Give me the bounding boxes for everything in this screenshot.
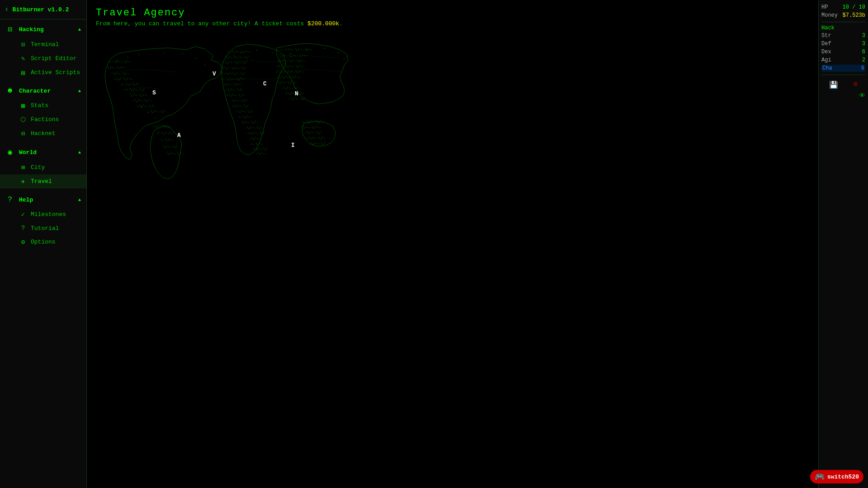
app-title: Bitburner v1.0.2 (13, 6, 69, 13)
svg-text:~\/-\/~-\/: ~\/-\/~-\/ (222, 66, 246, 71)
hacking-icon: ⊡ (5, 25, 14, 34)
svg-text:~\/~-\/: ~\/~-\/ (247, 131, 264, 136)
sidebar-item-tutorial[interactable]: ? Tutorial (0, 221, 86, 235)
svg-text:-\/~-\/-: -\/~-\/- (110, 72, 130, 76)
svg-text:\/~-\/~-: \/~-\/~- (107, 66, 127, 70)
cha-label: Cha (822, 65, 832, 71)
money-label: Money (821, 12, 838, 19)
sidebar-item-options[interactable]: ⚙ Options (0, 235, 86, 249)
subtitle-post: . (339, 20, 343, 27)
svg-text:-\/~-: -\/~- (249, 137, 261, 141)
active-scripts-label: Active Scripts (31, 69, 80, 76)
city-icon: ⊞ (19, 164, 27, 171)
svg-text:/-\/~\/-: /-\/~\/- (157, 131, 176, 136)
svg-text:~-\/~-\/~-: ~-\/~-\/~- (227, 50, 251, 55)
sidebar-item-script-editor[interactable]: ✎ Script Editor (0, 52, 86, 66)
svg-text:\/~-\/: \/~-\/ (253, 147, 268, 152)
factions-label: Factions (31, 116, 59, 123)
svg-text:~-\/~-\/~-: ~-\/~-\/~- (222, 77, 246, 82)
svg-text:~-\/~-: ~-\/~- (238, 115, 253, 120)
dex-label: Dex (821, 49, 831, 55)
svg-rect-20 (344, 59, 344, 60)
main-header: Travel Agency From here, you can travel … (87, 0, 818, 31)
save-icon[interactable]: 💾 (829, 80, 838, 89)
money-row: Money $7.523b (821, 12, 865, 19)
hacking-label: Hacking (19, 26, 74, 33)
svg-rect-18 (324, 48, 325, 49)
svg-rect-4 (182, 53, 183, 54)
city-a[interactable]: A (177, 132, 181, 139)
svg-text:-\/~-\/-\/: -\/~-\/-\/ (222, 61, 247, 66)
travel-icon: ✈ (19, 178, 27, 185)
def-label: Def (821, 41, 831, 47)
svg-rect-5 (195, 58, 196, 59)
svg-text:~-\/~-\/~: ~-\/~-\/~ (108, 60, 131, 65)
options-icon: ⚙ (19, 238, 27, 246)
svg-text:-\/~-\/-: -\/~-\/- (235, 110, 255, 114)
svg-text:~\/-\/~-: ~\/-\/~- (152, 125, 172, 129)
svg-text:/-\/~\/-\/~-: /-\/~\/-\/~- (276, 70, 305, 75)
svg-text:~\/~-\/-: ~\/~-\/- (306, 136, 326, 141)
hack-row: Hack (821, 25, 865, 31)
city-v[interactable]: V (212, 70, 216, 77)
svg-text:-\/~-\/-: -\/~-\/- (132, 99, 151, 103)
sidebar-item-city[interactable]: ⊞ City (0, 160, 86, 174)
sidebar-item-terminal[interactable]: ⊡ Terminal (0, 38, 86, 52)
help-label: Help (19, 197, 74, 203)
active-scripts-icon: ▤ (19, 69, 27, 76)
world-map-svg: ~-\/~-\/~ \/~-\/~- -\/~-\/- ~\/-\/~- /-\… (96, 35, 349, 184)
help-chevron: ▲ (78, 197, 81, 202)
hp-value: 10 / 10 (843, 4, 865, 10)
cha-row: Cha 6 (821, 65, 865, 72)
hp-label: HP (821, 4, 828, 10)
city-s[interactable]: S (152, 89, 156, 96)
svg-text:-\/~-\/-: -\/~-\/- (229, 99, 249, 103)
def-value: 3 (862, 41, 865, 47)
svg-text:~-\/~-\/~-: ~-\/~-\/~- (277, 75, 301, 80)
sidebar-item-stats[interactable]: ▦ Stats (0, 99, 86, 113)
map-container: ~-\/~-\/~ \/~-\/~- -\/~-\/- ~\/-\/~- /-\… (87, 31, 818, 488)
city-c[interactable]: C (263, 80, 267, 87)
city-n[interactable]: N (295, 90, 298, 97)
eye-icon[interactable]: 👁 (821, 92, 865, 99)
tutorial-icon: ? (19, 225, 27, 232)
city-i[interactable]: I (291, 142, 295, 149)
switch-logo-text: switch520 (827, 474, 859, 480)
svg-text:\/~-\/~-: \/~-\/~- (302, 126, 321, 130)
dex-value: 6 (862, 49, 865, 55)
svg-text:~\/~-\/-: ~\/~-\/- (137, 104, 156, 109)
svg-rect-13 (272, 52, 273, 53)
terminal-label: Terminal (31, 41, 59, 48)
hacknet-label: Hacknet (31, 130, 56, 137)
svg-text:\/~-\/~-: \/~-\/~- (223, 83, 243, 87)
character-label: Character (19, 88, 74, 94)
ticket-cost: $200.000k (307, 20, 339, 27)
milestones-label: Milestones (31, 211, 66, 218)
script-editor-label: Script Editor (31, 55, 76, 62)
sidebar-item-active-scripts[interactable]: ▤ Active Scripts (0, 66, 86, 80)
hacking-group-header[interactable]: ⊡ Hacking ▲ (0, 21, 86, 38)
delete-icon[interactable]: ≡ (854, 80, 858, 89)
svg-text:\/~-\/-: \/~-\/- (241, 121, 259, 125)
help-group-header[interactable]: ? Help ▲ (0, 192, 86, 207)
right-panel: HP 10 / 10 Money $7.523b Hack Str 3 Def … (818, 0, 868, 488)
svg-text:\/~-\/-: \/~-\/- (163, 145, 180, 150)
character-group-header[interactable]: ☻ Character ▲ (0, 83, 86, 99)
city-label: City (31, 164, 45, 171)
back-button[interactable]: ‹ (5, 5, 9, 14)
sidebar-item-travel[interactable]: ✈ Travel (0, 174, 86, 188)
panel-icon-row: 💾 ≡ (821, 80, 865, 89)
world-label: World (19, 149, 74, 156)
main-content: Travel Agency From here, you can travel … (87, 0, 818, 488)
switch-logo: 🎮 switch520 (810, 470, 863, 483)
svg-text:-\/~-\/-: -\/~-\/- (244, 126, 264, 131)
stat-divider-1 (821, 22, 865, 22)
sidebar-item-factions[interactable]: ⬡ Factions (0, 113, 86, 127)
sidebar-item-hacknet[interactable]: ⊟ Hacknet (0, 127, 86, 141)
svg-rect-6 (204, 65, 205, 66)
sidebar-item-milestones[interactable]: ✓ Milestones (0, 207, 86, 221)
str-value: 3 (862, 33, 865, 39)
world-group-header[interactable]: ◉ World ▲ (0, 144, 86, 160)
svg-text:~-\/~-\/~-\/~: ~-\/~-\/~-\/~ (280, 48, 312, 52)
svg-text:-\/~-\/: -\/~-\/ (288, 97, 305, 102)
